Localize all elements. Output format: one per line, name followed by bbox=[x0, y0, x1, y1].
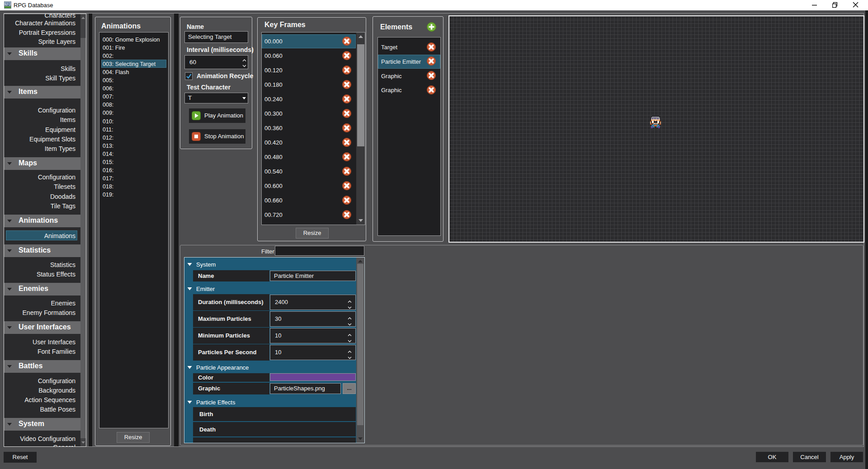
svg-text:RPG: RPG bbox=[5, 3, 11, 6]
